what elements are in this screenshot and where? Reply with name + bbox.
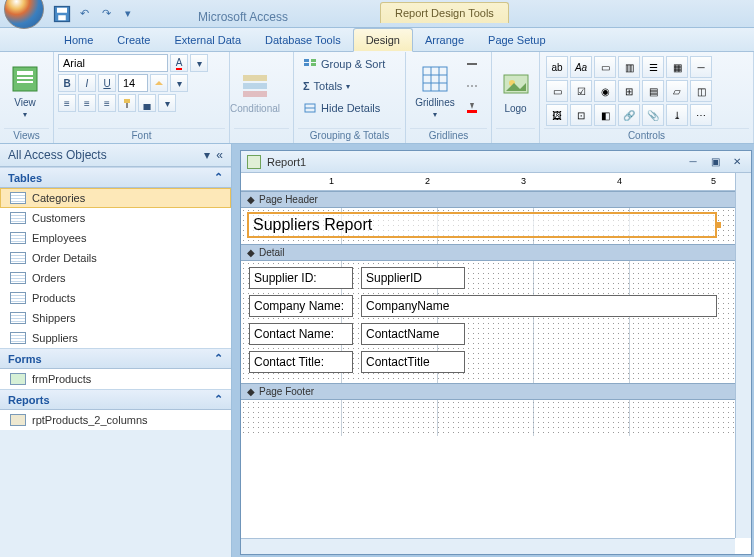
nav-item-rptproducts[interactable]: rptProducts_2_columns — [0, 410, 231, 430]
page-header-bar[interactable]: ◆ Page Header — [241, 191, 751, 208]
conditional-button[interactable]: Conditional — [234, 54, 276, 128]
tab-design[interactable]: Design — [353, 28, 413, 52]
group-controls: ab Aa ▭ ▥ ☰ ▦ ─ ▭ ☑ ◉ ⊞ ▤ ▱ ◫ 🖼 ⊡ ◧ 🔗 📎 … — [540, 52, 754, 143]
control-checkbox[interactable]: ☑ — [570, 80, 592, 102]
nav-header[interactable]: All Access Objects ▾ « — [0, 144, 231, 167]
save-icon[interactable] — [52, 4, 72, 24]
quick-access-toolbar: ↶ ↷ ▾ — [52, 4, 138, 24]
gridlines-button[interactable]: Gridlines▾ — [410, 54, 460, 128]
nav-dropdown-icon[interactable]: ▾ « — [204, 148, 223, 162]
nav-item-employees[interactable]: Employees — [0, 228, 231, 248]
hide-details-button[interactable]: Hide Details — [298, 98, 401, 118]
font-size-input[interactable] — [118, 74, 148, 92]
tab-arrange[interactable]: Arrange — [413, 29, 476, 51]
control-more[interactable]: ⋯ — [690, 104, 712, 126]
control-pagebreak[interactable]: ⤓ — [666, 104, 688, 126]
nav-section-tables[interactable]: Tables⌃ — [0, 167, 231, 188]
font-name-input[interactable] — [58, 54, 168, 72]
format-painter-button[interactable] — [118, 94, 136, 112]
tab-create[interactable]: Create — [105, 29, 162, 51]
report-window-titlebar[interactable]: Report1 ─ ▣ ✕ — [241, 151, 751, 173]
grid-width-button[interactable] — [462, 54, 482, 74]
tab-database-tools[interactable]: Database Tools — [253, 29, 353, 51]
nav-item-shippers[interactable]: Shippers — [0, 308, 231, 328]
control-button[interactable]: ▭ — [594, 56, 616, 78]
italic-button[interactable]: I — [78, 74, 96, 92]
control-option[interactable]: ◉ — [594, 80, 616, 102]
field-contact-title[interactable]: ContactTitle — [361, 351, 465, 373]
logo-button[interactable]: Logo — [496, 54, 535, 128]
control-label[interactable]: Aa — [570, 56, 592, 78]
control-textbox[interactable]: ab — [546, 56, 568, 78]
tab-page-setup[interactable]: Page Setup — [476, 29, 558, 51]
font-color-dropdown[interactable]: ▾ — [190, 54, 208, 72]
nav-item-products[interactable]: Products — [0, 288, 231, 308]
control-unbound[interactable]: ⊡ — [570, 104, 592, 126]
grid-style-button[interactable] — [462, 76, 482, 96]
report-title-control[interactable]: Suppliers Report — [247, 212, 717, 238]
restore-button[interactable]: ▣ — [707, 155, 723, 169]
control-line[interactable]: ─ — [690, 56, 712, 78]
vertical-scrollbar[interactable] — [735, 173, 751, 538]
field-supplier-id[interactable]: SupplierID — [361, 267, 465, 289]
page-header-section[interactable]: Suppliers Report — [241, 208, 751, 244]
nav-item-frmproducts[interactable]: frmProducts — [0, 369, 231, 389]
fill-dropdown[interactable]: ▾ — [170, 74, 188, 92]
tab-external-data[interactable]: External Data — [162, 29, 253, 51]
office-button[interactable] — [4, 0, 44, 29]
group-sort-button[interactable]: Group & Sort — [298, 54, 401, 74]
nav-item-categories[interactable]: Categories — [0, 188, 231, 208]
control-image[interactable]: 🖼 — [546, 104, 568, 126]
redo-icon[interactable]: ↷ — [96, 4, 116, 24]
label-contact-title[interactable]: Contact Title: — [249, 351, 353, 373]
control-hyperlink[interactable]: 🔗 — [618, 104, 640, 126]
label-supplier-id[interactable]: Supplier ID: — [249, 267, 353, 289]
svg-rect-15 — [311, 63, 316, 66]
field-company-name[interactable]: CompanyName — [361, 295, 717, 317]
page-footer-bar[interactable]: ◆ Page Footer — [241, 383, 751, 400]
bold-button[interactable]: B — [58, 74, 76, 92]
navigation-pane: All Access Objects ▾ « Tables⌃ Categorie… — [0, 144, 232, 557]
control-rectangle[interactable]: ▭ — [546, 80, 568, 102]
minimize-button[interactable]: ─ — [685, 155, 701, 169]
control-bound[interactable]: ◧ — [594, 104, 616, 126]
grid-color-button[interactable] — [462, 98, 482, 118]
align-right-button[interactable]: ≡ — [98, 94, 116, 112]
tab-home[interactable]: Home — [52, 29, 105, 51]
undo-icon[interactable]: ↶ — [74, 4, 94, 24]
label-contact-name[interactable]: Contact Name: — [249, 323, 353, 345]
line-dropdown[interactable]: ▾ — [158, 94, 176, 112]
view-button[interactable]: View ▾ — [4, 54, 46, 128]
control-subform[interactable]: ▦ — [666, 56, 688, 78]
horizontal-scrollbar[interactable] — [241, 538, 735, 554]
totals-button[interactable]: ΣTotals▾ — [298, 76, 401, 96]
horizontal-ruler[interactable]: 1 2 3 4 5 — [241, 173, 751, 191]
nav-section-forms[interactable]: Forms⌃ — [0, 348, 231, 369]
control-attachment[interactable]: 📎 — [642, 104, 664, 126]
line-color-button[interactable]: ▄ — [138, 94, 156, 112]
fill-color-button[interactable] — [150, 74, 168, 92]
detail-section[interactable]: Supplier ID: SupplierID Company Name: Co… — [241, 261, 751, 383]
control-toggle[interactable]: ⊞ — [618, 80, 640, 102]
control-chart[interactable]: ◫ — [690, 80, 712, 102]
font-color-button[interactable]: A — [170, 54, 188, 72]
control-combo[interactable]: ▥ — [618, 56, 640, 78]
control-page[interactable]: ▱ — [666, 80, 688, 102]
nav-item-orders[interactable]: Orders — [0, 268, 231, 288]
page-footer-section[interactable] — [241, 400, 751, 436]
nav-item-order-details[interactable]: Order Details — [0, 248, 231, 268]
label-company-name[interactable]: Company Name: — [249, 295, 353, 317]
design-surface[interactable]: ◆ Page Header Suppliers Report ◆ Detail … — [241, 191, 751, 554]
nav-item-customers[interactable]: Customers — [0, 208, 231, 228]
field-contact-name[interactable]: ContactName — [361, 323, 465, 345]
control-list[interactable]: ☰ — [642, 56, 664, 78]
align-center-button[interactable]: ≡ — [78, 94, 96, 112]
close-button[interactable]: ✕ — [729, 155, 745, 169]
underline-button[interactable]: U — [98, 74, 116, 92]
control-tab[interactable]: ▤ — [642, 80, 664, 102]
nav-item-suppliers[interactable]: Suppliers — [0, 328, 231, 348]
detail-bar[interactable]: ◆ Detail — [241, 244, 751, 261]
align-left-button[interactable]: ≡ — [58, 94, 76, 112]
nav-section-reports[interactable]: Reports⌃ — [0, 389, 231, 410]
qat-dropdown-icon[interactable]: ▾ — [118, 4, 138, 24]
